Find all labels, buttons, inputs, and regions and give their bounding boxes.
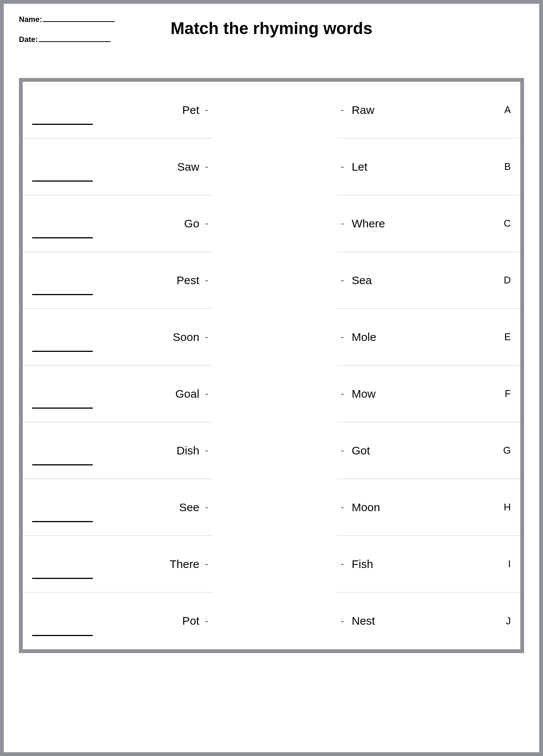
match-row: Go--WhereC [23, 195, 520, 252]
right-letter: H [504, 501, 511, 513]
left-cell: Dish- [23, 422, 212, 479]
answer-blank[interactable] [32, 180, 93, 182]
worksheet-header: Name: Date: Match the rhyming words [4, 4, 539, 63]
worksheet-title: Match the rhyming words [4, 19, 539, 38]
right-word: Nest [352, 614, 506, 627]
left-cell: Pest- [23, 252, 212, 309]
answer-blank[interactable] [32, 578, 93, 579]
match-gap[interactable] [212, 422, 337, 479]
left-word: Go [23, 217, 205, 230]
left-word: Soon [23, 331, 205, 344]
right-letter: I [508, 558, 511, 570]
left-cell: See- [23, 479, 212, 536]
right-letter: A [504, 104, 511, 116]
match-gap[interactable] [212, 479, 337, 536]
left-cell: Soon- [23, 309, 212, 366]
left-cell: Pot- [23, 593, 212, 649]
left-word: See [23, 501, 205, 514]
right-word: Raw [352, 104, 504, 117]
rows-container: Pet--RawASaw--LetBGo--WhereCPest--SeaDSo… [23, 82, 520, 649]
dash-icon: - [205, 501, 208, 513]
right-letter: F [505, 388, 511, 400]
match-gap[interactable] [212, 138, 337, 195]
answer-blank[interactable] [32, 237, 93, 238]
right-letter: G [503, 445, 511, 456]
right-cell: -RawA [337, 82, 520, 138]
match-row: Dish--GotG [23, 422, 520, 479]
right-word: Let [352, 160, 504, 173]
match-gap[interactable] [212, 366, 337, 422]
left-word: Pest [23, 274, 205, 287]
answer-blank[interactable] [32, 521, 93, 522]
dash-icon: - [205, 445, 208, 456]
dash-icon: - [341, 388, 344, 400]
match-row: Pot--NestJ [23, 593, 520, 649]
right-word: Moon [352, 501, 504, 514]
left-cell: Saw- [23, 138, 212, 195]
right-letter: E [504, 331, 511, 343]
dash-icon: - [341, 274, 344, 286]
match-gap[interactable] [212, 593, 337, 649]
right-cell: -LetB [337, 138, 520, 195]
match-row: There--FishI [23, 536, 520, 593]
dash-icon: - [205, 218, 208, 229]
left-word: Pet [23, 104, 205, 117]
dash-icon: - [205, 615, 208, 627]
match-gap[interactable] [212, 252, 337, 309]
dash-icon: - [341, 445, 344, 456]
match-row: Soon--MoleE [23, 309, 520, 366]
right-cell: -MoleE [337, 309, 520, 366]
answer-blank[interactable] [32, 464, 93, 465]
match-row: Goal--MowF [23, 366, 520, 422]
dash-icon: - [341, 104, 344, 116]
dash-icon: - [205, 388, 208, 400]
left-word: There [23, 558, 205, 571]
dash-icon: - [205, 558, 208, 570]
left-word: Goal [23, 387, 205, 400]
dash-icon: - [205, 161, 208, 173]
match-gap[interactable] [212, 195, 337, 252]
dash-icon: - [205, 104, 208, 116]
answer-blank[interactable] [32, 408, 93, 409]
dash-icon: - [341, 615, 344, 627]
answer-blank[interactable] [32, 635, 93, 636]
dash-icon: - [205, 274, 208, 286]
right-word: Mow [352, 387, 505, 400]
match-row: Pest--SeaD [23, 252, 520, 309]
right-letter: C [504, 218, 511, 229]
left-word: Pot [23, 614, 205, 627]
dash-icon: - [341, 161, 344, 173]
match-gap[interactable] [212, 82, 337, 138]
left-word: Saw [23, 160, 205, 173]
right-cell: -NestJ [337, 593, 520, 649]
dash-icon: - [341, 501, 344, 513]
dash-icon: - [341, 558, 344, 570]
right-word: Fish [352, 558, 508, 571]
answer-blank[interactable] [32, 351, 93, 352]
left-cell: Go- [23, 195, 212, 252]
match-gap[interactable] [212, 536, 337, 593]
answer-blank[interactable] [32, 294, 93, 295]
dash-icon: - [341, 331, 344, 343]
left-cell: Pet- [23, 82, 212, 138]
worksheet-box: Pet--RawASaw--LetBGo--WhereCPest--SeaDSo… [19, 78, 524, 653]
right-word: Got [352, 444, 503, 457]
right-cell: -WhereC [337, 195, 520, 252]
right-cell: -SeaD [337, 252, 520, 309]
right-letter: D [504, 274, 511, 286]
right-word: Mole [352, 331, 504, 344]
dash-icon: - [341, 218, 344, 229]
right-word: Where [352, 217, 504, 230]
right-cell: -MoonH [337, 479, 520, 536]
right-cell: -GotG [337, 422, 520, 479]
right-word: Sea [352, 274, 504, 287]
right-letter: B [504, 161, 511, 173]
right-letter: J [506, 615, 511, 627]
answer-blank[interactable] [32, 124, 93, 125]
left-cell: There- [23, 536, 212, 593]
match-gap[interactable] [212, 309, 337, 366]
right-cell: -FishI [337, 536, 520, 593]
match-row: See--MoonH [23, 479, 520, 536]
dash-icon: - [205, 331, 208, 343]
match-row: Pet--RawA [23, 82, 520, 138]
